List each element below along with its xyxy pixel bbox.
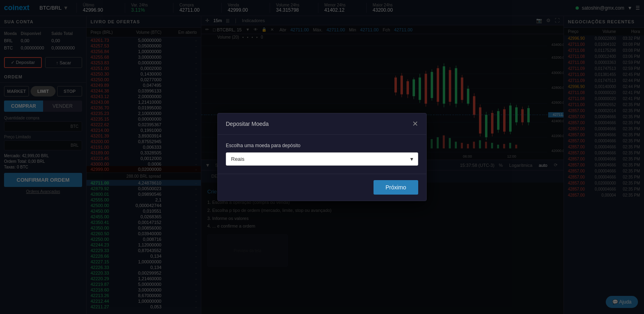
- modal-close-button[interactable]: ✕: [412, 119, 418, 128]
- modal-body: Escolha uma moeda para depósito ReaisBit…: [218, 135, 426, 174]
- currency-select-wrapper: ReaisBitcoinEthereumLitecoin ▼: [226, 152, 418, 166]
- deposit-modal: Depositar Moeda ✕ Escolha uma moeda para…: [217, 113, 427, 201]
- modal-select-label: Escolha uma moeda para depósito: [226, 143, 418, 148]
- next-button[interactable]: Próximo: [374, 180, 418, 195]
- currency-select[interactable]: ReaisBitcoinEthereumLitecoin: [226, 152, 418, 166]
- modal-title: Depositar Moeda: [226, 121, 269, 127]
- modal-overlay: Depositar Moeda ✕ Escolha uma moeda para…: [0, 0, 644, 314]
- modal-footer: Próximo: [218, 174, 426, 201]
- select-arrow-icon: ▼: [409, 156, 414, 162]
- modal-header: Depositar Moeda ✕: [218, 113, 426, 135]
